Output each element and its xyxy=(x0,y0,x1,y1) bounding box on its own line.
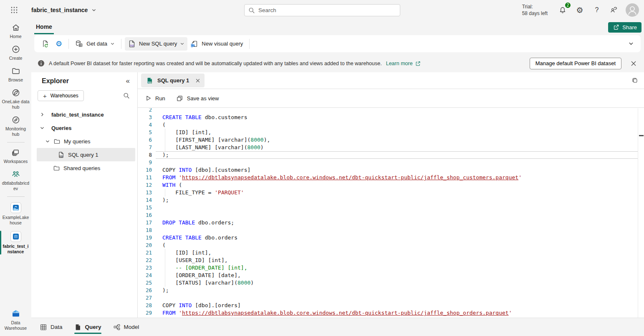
avatar[interactable] xyxy=(626,3,639,17)
code-line[interactable]: 18 xyxy=(138,227,644,234)
nav-item-home[interactable]: Home xyxy=(0,20,31,42)
feedback-button[interactable] xyxy=(609,5,619,15)
nav-item-create[interactable]: Create xyxy=(0,42,31,64)
nav-item-fabric-test-instance[interactable]: fabric_test_instance xyxy=(0,228,31,257)
refresh-button[interactable] xyxy=(38,37,53,51)
scroll-position-marker xyxy=(639,135,644,136)
code-line[interactable]: 29FROM 'https://dbtlabsynapsedatalake.bl… xyxy=(138,309,644,317)
code-line[interactable]: 9 xyxy=(138,159,644,166)
waffle-menu-icon[interactable] xyxy=(9,5,19,15)
nav-item-onelake-data-hub[interactable]: OneLake data hub xyxy=(0,85,31,112)
model-diagram-icon xyxy=(113,323,121,331)
chevron-down-icon xyxy=(180,41,184,46)
nav-item-dbtlabsfabricdev[interactable]: dbtlabsfabricdev xyxy=(0,167,31,194)
code-line[interactable]: 24 [ORDER_DATE] [date], xyxy=(138,272,644,279)
code-line[interactable]: 11FROM 'https://dbtlabsynapsedatalake.bl… xyxy=(138,174,644,181)
tab-model[interactable]: Model xyxy=(113,318,139,336)
compass-icon xyxy=(11,115,20,125)
main-area: Home Share ⚙ Get data SQL New xyxy=(31,20,644,336)
code-line[interactable]: 19CREATE TABLE dbo.orders xyxy=(138,234,644,242)
editor-scrollbar[interactable] xyxy=(638,108,644,318)
nav-item-monitoring-hub[interactable]: Monitoring hub xyxy=(0,112,31,140)
nav-item-data-warehouse[interactable]: Data Warehouse xyxy=(0,305,31,333)
code-line[interactable]: 15 xyxy=(138,204,644,211)
explorer-title: Explorer xyxy=(42,77,69,85)
settings-tool-button[interactable]: ⚙ xyxy=(53,38,65,50)
line-number: 20 xyxy=(138,242,152,249)
page-tab-strip: Home Share xyxy=(31,20,644,34)
run-button[interactable]: Run xyxy=(145,95,165,102)
sql-editor[interactable]: 23CREATE TABLE dbo.customers4(5 [ID] [in… xyxy=(138,108,644,318)
code-line[interactable]: 8); xyxy=(138,151,644,159)
tab-query[interactable]: Query xyxy=(74,318,101,336)
folder-icon xyxy=(53,165,60,172)
code-line[interactable]: 20( xyxy=(138,242,644,249)
workspace-title-dropdown[interactable]: fabric_test_instance xyxy=(31,7,96,13)
code-line[interactable]: 17DROP TABLE dbo.orders; xyxy=(138,219,644,227)
code-line[interactable]: 5 [ID] [int], xyxy=(138,129,644,136)
play-icon xyxy=(145,95,152,102)
code-line[interactable]: 10COPY INTO [dbo].[customers] xyxy=(138,166,644,174)
explorer-tree: fabric_test_instance Queries My queries … xyxy=(31,108,137,175)
code-line[interactable]: 3CREATE TABLE dbo.customers xyxy=(138,114,644,121)
share-button[interactable]: Share xyxy=(608,22,641,33)
collapse-panel-button[interactable]: « xyxy=(126,77,130,85)
code-line[interactable]: 23 -- [ORDER_DATE] [int], xyxy=(138,264,644,272)
tab-home[interactable]: Home xyxy=(34,20,54,34)
tab-data[interactable]: Data xyxy=(40,318,63,336)
code-line[interactable]: 26); xyxy=(138,287,644,294)
copy-button[interactable] xyxy=(631,77,639,84)
learn-more-link[interactable]: Learn more xyxy=(386,61,421,66)
get-data-button[interactable]: Get data xyxy=(72,37,118,51)
code-line[interactable]: 13 FILE_TYPE = 'PARQUET' xyxy=(138,189,644,196)
code-line[interactable]: 12WITH ( xyxy=(138,181,644,189)
new-sql-query-button[interactable]: SQL New SQL query xyxy=(125,37,187,51)
code-line[interactable]: 27 xyxy=(138,294,644,302)
code-line[interactable]: 16 xyxy=(138,211,644,219)
tree-item-shared-queries[interactable]: Shared queries xyxy=(31,161,137,175)
code-line[interactable]: 21 [ID] [int], xyxy=(138,249,644,257)
line-number: 12 xyxy=(138,181,152,189)
help-button[interactable]: ? xyxy=(591,5,602,15)
code-line[interactable]: 14); xyxy=(138,196,644,204)
query-tab-sql-query-1[interactable]: SQL SQL query 1 xyxy=(141,74,205,87)
code-line[interactable]: 22 [USER_ID] [int], xyxy=(138,257,644,264)
line-number: 2 xyxy=(138,108,152,114)
code-line[interactable]: 7 [LAST_NAME] [varchar](8000) xyxy=(138,144,644,151)
nav-item-examplelakehouse[interactable]: ExampleLakehouse xyxy=(0,199,31,228)
line-number: 22 xyxy=(138,257,152,264)
svg-text:SQL: SQL xyxy=(130,44,134,47)
code-text: ( xyxy=(156,121,638,129)
tree-item-queries[interactable]: Queries xyxy=(31,121,137,135)
code-line[interactable]: 4( xyxy=(138,121,644,129)
new-visual-query-button[interactable]: New visual query xyxy=(187,37,246,51)
view-switcher-bar: Data Query Model xyxy=(31,318,644,336)
tree-item-sql-query-1[interactable]: SQL SQL query 1 xyxy=(37,148,135,161)
add-warehouses-button[interactable]: + Warehouses xyxy=(38,90,84,101)
code-line[interactable]: 25 [STATUS] [varchar](8000) xyxy=(138,279,644,287)
search-input[interactable]: Search xyxy=(244,4,400,16)
tree-item-my-queries[interactable]: My queries xyxy=(31,135,137,148)
notifications-button[interactable]: 2 xyxy=(557,5,568,15)
manage-dataset-button[interactable]: Manage default Power BI dataset xyxy=(530,58,621,69)
code-text xyxy=(156,204,638,211)
line-number: 5 xyxy=(138,129,152,136)
code-text xyxy=(156,227,638,234)
code-text: FILE_TYPE = 'PARQUET' xyxy=(156,189,638,196)
banner-close-button[interactable] xyxy=(631,61,636,66)
ribbon-toolbar: ⚙ Get data SQL New SQL query New visual … xyxy=(34,35,641,52)
code-line[interactable]: 6 [FIRST_NAME] [varchar](8000), xyxy=(138,136,644,144)
plus-icon: + xyxy=(43,93,47,99)
code-line[interactable]: 2 xyxy=(138,108,644,114)
ribbon-collapse-button[interactable] xyxy=(628,41,634,46)
nav-item-workspaces[interactable]: Workspaces xyxy=(0,145,31,167)
explorer-search-button[interactable] xyxy=(123,92,130,99)
nav-item-browse[interactable]: Browse xyxy=(0,64,31,85)
trial-status: Trial: 58 days left xyxy=(522,3,548,17)
save-as-view-button[interactable]: Save as view xyxy=(176,95,219,102)
tree-item-warehouse[interactable]: fabric_test_instance xyxy=(31,108,137,121)
code-line[interactable]: 28COPY INTO [dbo].[orders] xyxy=(138,302,644,309)
line-number: 19 xyxy=(138,234,152,242)
settings-button[interactable]: ⚙ xyxy=(574,5,585,15)
close-query-tab-button[interactable] xyxy=(195,78,200,83)
